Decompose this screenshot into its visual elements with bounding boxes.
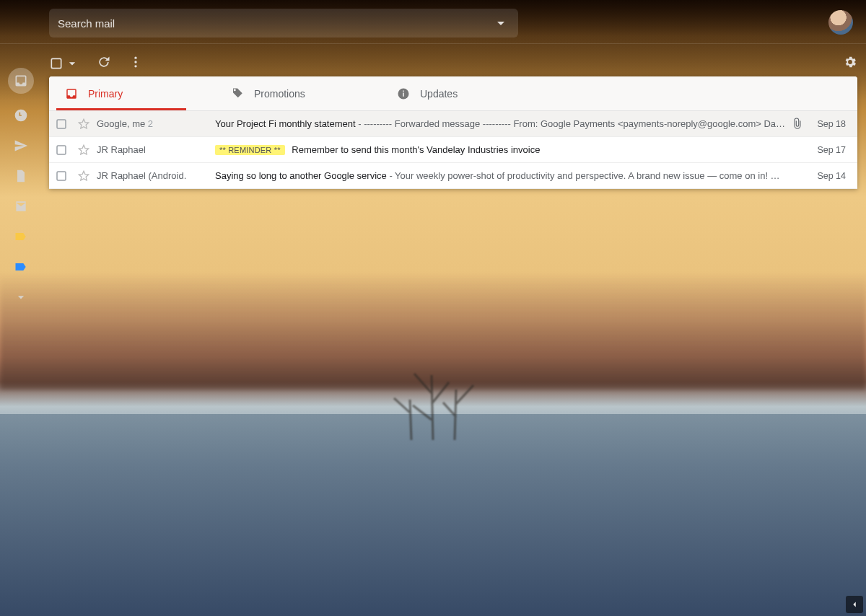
row-date: Sep 18 [808,119,846,129]
tab-label: Primary [88,88,123,100]
svg-point-3 [134,65,136,67]
star-icon [77,144,90,157]
account-avatar[interactable] [828,10,853,35]
svg-rect-8 [57,146,66,154]
more-actions-button[interactable] [128,55,143,72]
svg-point-1 [134,57,136,59]
svg-rect-5 [403,92,404,96]
row-content: Saying so long to another Google service… [215,170,787,181]
tag-icon [231,87,244,100]
attachment-indicator [787,118,808,131]
background-trees [354,353,512,440]
checkbox-icon [55,144,68,157]
background-mountains [0,274,866,390]
send-icon [14,138,28,153]
sender-text: JR Raphael [97,144,146,155]
star-icon [77,118,90,131]
row-checkbox[interactable] [49,118,74,131]
tab-updates[interactable]: Updates [381,76,547,110]
tab-primary[interactable]: Primary [49,76,215,110]
checkbox-icon [55,170,68,182]
row-star[interactable] [74,118,94,131]
select-all-control[interactable] [49,56,79,71]
nav-label-blue[interactable] [12,258,30,276]
chevron-left-icon [849,599,860,610]
gear-icon [843,55,857,69]
background-foreground [0,414,866,616]
tab-label: Promotions [254,88,305,100]
svg-rect-0 [51,58,61,68]
separator: - [387,170,395,181]
nav-more[interactable] [12,289,30,306]
chevron-down-icon [14,290,28,304]
separator: - [356,118,364,129]
tab-label: Updates [420,88,458,100]
caret-down-icon [492,14,509,32]
snippet-text: --------- Forwarded message --------- Fr… [364,118,787,129]
label-icon [14,260,28,274]
nav-label-yellow[interactable] [12,228,30,245]
checkbox-icon [55,118,68,131]
row-content: ** REMINDER ** Remember to send this mon… [215,144,787,155]
search-input[interactable] [58,17,492,30]
thread-count: 2 [148,118,153,129]
row-checkbox[interactable] [49,170,74,182]
subject-text: Saying so long to another Google service [215,170,387,181]
more-vert-icon [128,55,143,69]
svg-rect-7 [57,120,66,128]
message-list: Google, me 2 Your Project Fi monthly sta… [49,111,857,189]
inbox-icon [14,74,28,88]
category-tabs: Primary Promotions Updates [49,76,857,111]
subject-text: Remember to send this month's Vandelay I… [292,144,540,155]
file-icon [14,169,28,183]
refresh-icon [97,55,111,69]
row-star[interactable] [74,144,94,157]
nav-inbox[interactable] [8,68,34,94]
subject-text: Your Project Fi monthly statement [215,118,356,129]
tab-promotions[interactable]: Promotions [215,76,381,110]
row-checkbox[interactable] [49,144,74,157]
nav-drafts[interactable] [12,167,30,185]
info-icon [397,87,410,100]
star-icon [77,170,90,182]
row-date: Sep 14 [808,171,846,181]
svg-point-2 [134,61,136,63]
mail-pane: Primary Promotions Updates Google, me 2 … [49,76,857,189]
message-row[interactable]: JR Raphael ** REMINDER ** Remember to se… [49,137,857,163]
left-nav-rail [0,72,42,306]
label-icon [14,229,28,244]
row-sender: Google, me 2 [94,118,215,129]
row-date: Sep 17 [808,145,846,155]
search-options-dropdown[interactable] [492,14,509,32]
attachment-icon [791,118,804,131]
list-toolbar [49,50,857,76]
row-content: Your Project Fi monthly statement - ----… [215,118,787,129]
sender-text: Google, me [97,118,145,129]
checkbox-icon [49,56,64,71]
nav-sent[interactable] [12,137,30,154]
row-sender: JR Raphael (Android. [94,170,215,181]
nav-all-mail[interactable] [12,198,30,215]
row-sender: JR Raphael [94,144,215,155]
row-star[interactable] [74,170,94,182]
nav-snoozed[interactable] [12,107,30,124]
caret-down-icon [65,56,79,71]
snippet-text: Your weekly power-shot of productivity a… [395,170,780,181]
inbox-icon [65,87,78,100]
reminder-badge: ** REMINDER ** [215,145,285,155]
svg-rect-6 [403,90,404,92]
message-row[interactable]: Google, me 2 Your Project Fi monthly sta… [49,111,857,137]
svg-rect-9 [57,172,66,180]
search-box[interactable] [49,9,518,38]
header [49,9,852,38]
expand-corner-button[interactable] [846,596,863,613]
refresh-button[interactable] [97,55,111,72]
mail-icon [14,199,28,214]
sender-text: JR Raphael (Android. [97,170,186,181]
message-row[interactable]: JR Raphael (Android. Saying so long to a… [49,163,857,189]
clock-icon [14,108,28,123]
settings-button[interactable] [843,55,857,72]
header-divider [0,43,866,44]
